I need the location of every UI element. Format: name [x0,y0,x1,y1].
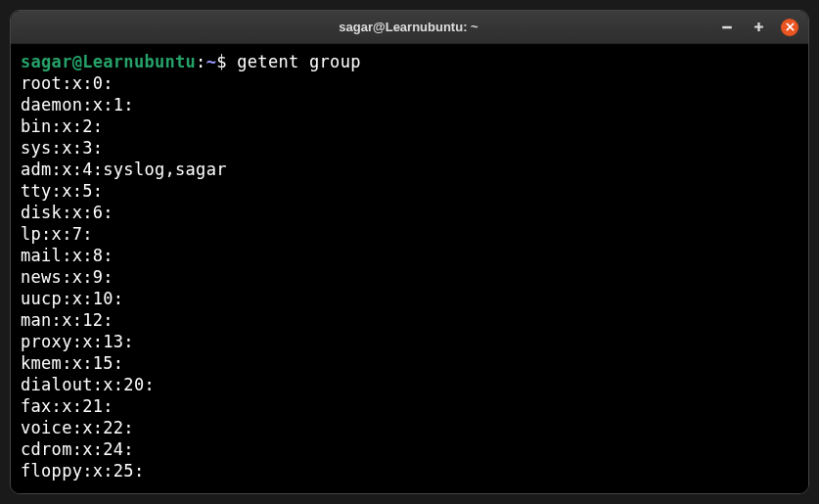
output-line: bin:x:2: [21,115,798,137]
output-line: fax:x:21: [21,395,798,417]
output-line: proxy:x:13: [21,331,798,352]
output-line: uucp:x:10: [21,288,798,309]
minimize-button[interactable] [718,19,736,36]
output-line: voice:x:22: [21,417,798,438]
window-title: sagar@Learnubuntu: ~ [99,20,718,34]
window-controls [718,19,798,36]
output-line: lp:x:7: [21,223,798,245]
output-line: floppy:x:25: [21,460,798,481]
close-button[interactable] [781,19,798,36]
output-line: root:x:0: [21,72,798,94]
prompt-userhost: sagar@Learnubuntu [21,52,196,71]
output-line: daemon:x:1: [21,94,798,115]
maximize-button[interactable] [750,19,767,36]
output-line: news:x:9: [21,266,798,288]
prompt-symbol: $ [216,52,227,71]
output-line: tty:x:5: [21,180,798,202]
output-line: kmem:x:15: [21,352,798,374]
prompt-path: ~ [206,52,217,71]
output-line: man:x:12: [21,309,798,331]
titlebar[interactable]: sagar@Learnubuntu: ~ [11,11,808,44]
prompt-line: sagar@Learnubuntu:~$ getent group [21,51,798,72]
prompt-command: getent group [227,52,361,71]
output-line: disk:x:6: [21,202,798,223]
output-line: sys:x:3: [21,137,798,159]
terminal-body[interactable]: sagar@Learnubuntu:~$ getent group root:x… [11,44,808,493]
output-container: root:x:0:daemon:x:1:bin:x:2:sys:x:3:adm:… [21,72,798,481]
prompt-colon: : [196,52,206,71]
output-line: cdrom:x:24: [21,438,798,460]
output-line: dialout:x:20: [21,374,798,395]
output-line: mail:x:8: [21,245,798,266]
terminal-window: sagar@Learnubuntu: ~ sagar@Learnubuntu:~… [10,10,809,494]
output-line: adm:x:4:syslog,sagar [21,159,798,180]
